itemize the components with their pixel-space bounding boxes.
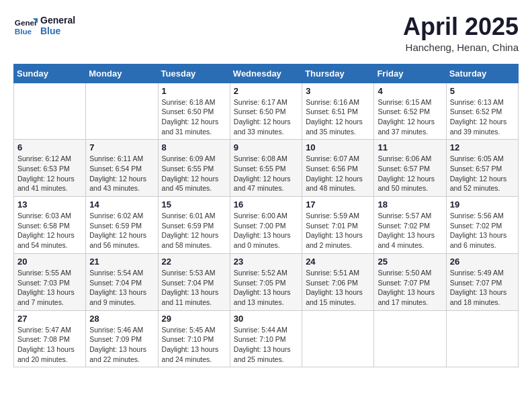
day-info-line: Sunset: 7:07 PM <box>450 278 515 288</box>
day-number: 20 <box>17 257 82 267</box>
header-friday: Friday <box>374 64 446 83</box>
calendar-week-row: 6Sunrise: 6:12 AMSunset: 6:53 PMDaylight… <box>14 140 519 197</box>
calendar-cell: 24Sunrise: 5:51 AMSunset: 7:06 PMDayligh… <box>302 253 374 310</box>
day-info-line: and 48 minutes. <box>306 183 370 193</box>
day-number: 4 <box>378 86 442 96</box>
day-info-line: Sunrise: 5:50 AM <box>378 268 442 278</box>
day-number: 22 <box>162 257 226 267</box>
day-info-line: Daylight: 13 hours <box>89 287 154 298</box>
calendar-cell: 7Sunrise: 6:11 AMSunset: 6:54 PMDaylight… <box>86 140 158 197</box>
day-info-line: Sunset: 7:03 PM <box>17 278 82 288</box>
day-info-line: and 33 minutes. <box>234 127 298 137</box>
title-block: April 2025 Hancheng, Henan, China <box>403 13 519 53</box>
day-number: 13 <box>17 199 82 210</box>
calendar-cell: 23Sunrise: 5:52 AMSunset: 7:05 PMDayligh… <box>230 253 302 310</box>
calendar-week-row: 20Sunrise: 5:55 AMSunset: 7:03 PMDayligh… <box>14 253 519 310</box>
day-number: 7 <box>89 142 154 152</box>
logo: General Blue General Blue <box>13 13 75 38</box>
day-info-line: Daylight: 13 hours <box>450 230 515 240</box>
day-info-line: Sunset: 6:50 PM <box>234 107 298 117</box>
day-info-line: Daylight: 13 hours <box>162 345 226 355</box>
day-info-line: Sunrise: 5:52 AM <box>234 268 298 278</box>
day-info-line: Daylight: 13 hours <box>17 345 82 355</box>
day-info-line: and 22 minutes. <box>89 355 154 365</box>
calendar-cell: 21Sunrise: 5:54 AMSunset: 7:04 PMDayligh… <box>86 253 158 310</box>
day-info-line: Sunrise: 5:51 AM <box>306 268 370 278</box>
calendar-cell: 6Sunrise: 6:12 AMSunset: 6:53 PMDaylight… <box>14 140 86 197</box>
day-number: 29 <box>162 314 226 324</box>
header-sunday: Sunday <box>14 64 86 83</box>
day-number: 6 <box>17 142 82 152</box>
day-info-line: Sunrise: 6:17 AM <box>234 97 298 107</box>
day-info-line: Sunset: 7:08 PM <box>17 334 82 345</box>
day-info-line: Sunrise: 5:47 AM <box>17 325 82 335</box>
calendar: SundayMondayTuesdayWednesdayThursdayFrid… <box>13 64 519 368</box>
svg-text:Blue: Blue <box>15 27 32 36</box>
day-info-line: Daylight: 12 hours <box>378 174 442 184</box>
day-number: 27 <box>17 314 82 324</box>
day-info-line: Sunset: 6:53 PM <box>17 164 82 174</box>
day-info-line: and 9 minutes. <box>89 298 154 308</box>
calendar-cell: 15Sunrise: 6:01 AMSunset: 6:59 PMDayligh… <box>158 197 230 254</box>
calendar-week-row: 13Sunrise: 6:03 AMSunset: 6:58 PMDayligh… <box>14 197 519 254</box>
day-info-line: Sunrise: 6:12 AM <box>17 154 82 164</box>
day-number: 1 <box>162 86 226 96</box>
day-info-line: Sunset: 6:59 PM <box>89 221 154 231</box>
calendar-cell: 12Sunrise: 6:05 AMSunset: 6:57 PMDayligh… <box>446 140 518 197</box>
day-info-line: Daylight: 12 hours <box>162 117 226 127</box>
day-info-line: Daylight: 12 hours <box>89 230 154 240</box>
calendar-cell: 13Sunrise: 6:03 AMSunset: 6:58 PMDayligh… <box>14 197 86 254</box>
day-info-line: and 7 minutes. <box>17 298 82 308</box>
day-info-line: Daylight: 13 hours <box>378 230 442 240</box>
day-info-line: Sunset: 7:07 PM <box>378 278 442 288</box>
day-number: 5 <box>450 86 515 96</box>
day-info-line: and 20 minutes. <box>17 355 82 365</box>
day-info-line: Daylight: 12 hours <box>306 117 370 127</box>
day-info-line: Sunrise: 6:02 AM <box>89 211 154 221</box>
calendar-header-row: SundayMondayTuesdayWednesdayThursdayFrid… <box>14 64 519 83</box>
header-tuesday: Tuesday <box>158 64 230 83</box>
calendar-cell: 8Sunrise: 6:09 AMSunset: 6:55 PMDaylight… <box>158 140 230 197</box>
day-info-line: and 15 minutes. <box>306 298 370 308</box>
header-monday: Monday <box>86 64 158 83</box>
day-info-line: Sunrise: 6:01 AM <box>162 211 226 221</box>
day-info-line: and 0 minutes. <box>234 240 298 250</box>
calendar-cell <box>14 83 86 140</box>
day-number: 11 <box>378 142 442 152</box>
day-info-line: Sunrise: 5:49 AM <box>450 268 515 278</box>
day-number: 28 <box>89 314 154 324</box>
day-info-line: Sunset: 6:55 PM <box>162 164 226 174</box>
location: Hancheng, Henan, China <box>403 42 519 53</box>
day-info-line: Sunrise: 5:56 AM <box>450 211 515 221</box>
day-info-line: and 6 minutes. <box>450 240 515 250</box>
day-info-line: Sunset: 7:02 PM <box>450 221 515 231</box>
day-info-line: Sunset: 6:57 PM <box>450 164 515 174</box>
day-number: 30 <box>234 314 298 324</box>
day-info-line: Sunset: 6:50 PM <box>162 107 226 117</box>
day-info-line: Sunrise: 6:15 AM <box>378 97 442 107</box>
day-info-line: Daylight: 12 hours <box>234 174 298 184</box>
day-info-line: Sunrise: 5:54 AM <box>89 268 154 278</box>
calendar-cell: 5Sunrise: 6:13 AMSunset: 6:52 PMDaylight… <box>446 83 518 140</box>
day-info-line: and 11 minutes. <box>162 298 226 308</box>
calendar-cell: 2Sunrise: 6:17 AMSunset: 6:50 PMDaylight… <box>230 83 302 140</box>
day-info-line: and 39 minutes. <box>450 127 515 137</box>
day-info-line: Sunrise: 6:13 AM <box>450 97 515 107</box>
day-info-line: and 35 minutes. <box>306 127 370 137</box>
day-info-line: Sunset: 7:10 PM <box>162 334 226 345</box>
day-info-line: and 4 minutes. <box>378 240 442 250</box>
day-info-line: Sunrise: 6:18 AM <box>162 97 226 107</box>
day-info-line: Sunset: 6:52 PM <box>450 107 515 117</box>
day-number: 2 <box>234 86 298 96</box>
day-number: 16 <box>234 199 298 210</box>
calendar-cell: 19Sunrise: 5:56 AMSunset: 7:02 PMDayligh… <box>446 197 518 254</box>
calendar-cell: 10Sunrise: 6:07 AMSunset: 6:56 PMDayligh… <box>302 140 374 197</box>
day-info-line: Sunset: 6:57 PM <box>378 164 442 174</box>
calendar-cell: 20Sunrise: 5:55 AMSunset: 7:03 PMDayligh… <box>14 253 86 310</box>
calendar-cell: 4Sunrise: 6:15 AMSunset: 6:52 PMDaylight… <box>374 83 446 140</box>
day-info-line: Sunset: 6:59 PM <box>162 221 226 231</box>
month-title: April 2025 <box>403 13 519 40</box>
day-number: 25 <box>378 257 442 267</box>
day-info-line: Sunrise: 5:45 AM <box>162 325 226 335</box>
day-number: 19 <box>450 199 515 210</box>
